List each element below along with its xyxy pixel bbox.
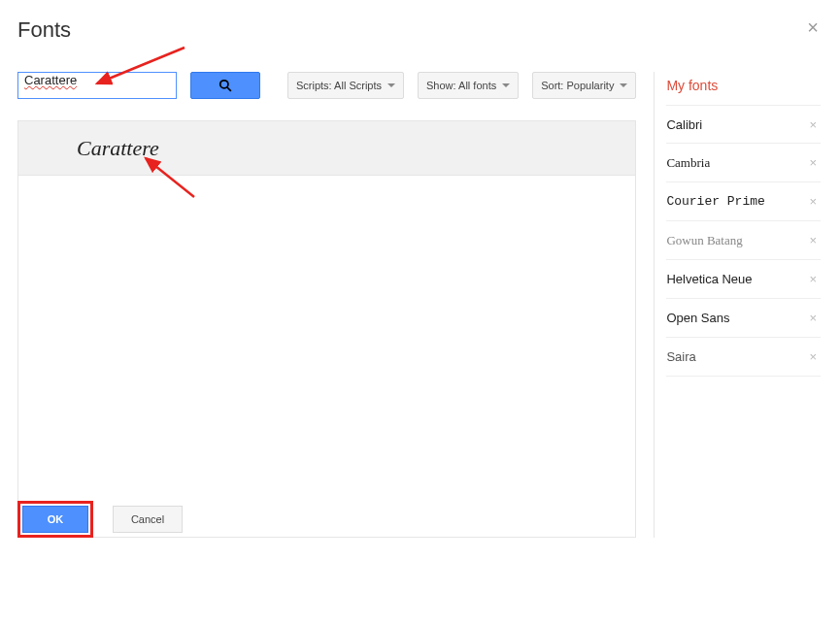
my-font-name: Helvetica Neue: [666, 272, 752, 286]
ok-button[interactable]: OK: [22, 506, 88, 533]
search-input[interactable]: Carattere: [17, 72, 177, 99]
remove-font-icon[interactable]: ×: [809, 349, 817, 364]
my-font-name: Courier Prime: [666, 194, 764, 209]
my-font-item[interactable]: Calibri×: [666, 105, 821, 144]
my-font-item[interactable]: Courier Prime×: [666, 182, 821, 221]
remove-font-icon[interactable]: ×: [809, 117, 817, 132]
close-icon[interactable]: ×: [807, 17, 819, 37]
remove-font-icon[interactable]: ×: [809, 272, 817, 286]
chevron-down-icon: [502, 83, 510, 87]
font-results-list: Carattere: [17, 120, 636, 538]
my-fonts-list: Calibri×Cambria×Courier Prime×Gowun Bata…: [666, 105, 821, 377]
font-preview-name: Carattere: [77, 136, 159, 161]
svg-point-0: [220, 81, 228, 88]
my-font-name: Gowun Batang: [666, 233, 742, 248]
font-result-item[interactable]: Carattere: [18, 121, 635, 176]
my-font-item[interactable]: Gowun Batang×: [666, 221, 821, 260]
my-font-item[interactable]: Cambria×: [666, 144, 821, 182]
my-font-name: Calibri: [666, 117, 702, 132]
cancel-button[interactable]: Cancel: [113, 506, 183, 533]
my-font-name: Cambria: [666, 155, 710, 171]
my-font-item[interactable]: Open Sans×: [666, 299, 821, 338]
dialog-title: Fonts: [17, 17, 823, 43]
show-filter[interactable]: Show: All fonts: [418, 72, 519, 99]
search-icon: [218, 79, 232, 92]
chevron-down-icon: [620, 83, 627, 87]
svg-line-1: [227, 87, 231, 91]
search-button[interactable]: [190, 72, 260, 99]
remove-font-icon[interactable]: ×: [809, 233, 817, 247]
my-font-name: Saira: [666, 349, 695, 364]
remove-font-icon[interactable]: ×: [809, 311, 817, 325]
chevron-down-icon: [387, 83, 395, 87]
scripts-filter[interactable]: Scripts: All Scripts: [287, 72, 404, 99]
sort-filter[interactable]: Sort: Popularity: [532, 72, 636, 99]
remove-font-icon[interactable]: ×: [809, 194, 817, 209]
my-font-item[interactable]: Helvetica Neue×: [666, 260, 821, 299]
my-font-item[interactable]: Saira×: [666, 338, 821, 377]
remove-font-icon[interactable]: ×: [809, 155, 817, 170]
ok-highlight-box: OK: [17, 501, 93, 538]
my-font-name: Open Sans: [666, 311, 729, 325]
my-fonts-heading: My fonts: [666, 78, 821, 93]
